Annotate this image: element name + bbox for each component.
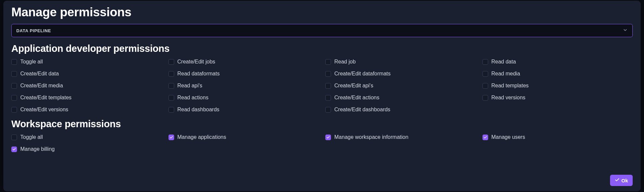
checkbox-read-versions[interactable]: Read versions (483, 95, 633, 101)
checkbox-manage-workspace-information[interactable]: Manage workspace information (325, 134, 476, 140)
checkbox-label: Create/Edit data (20, 71, 59, 77)
checkbox-read-apis[interactable]: Read api's (168, 83, 319, 89)
checkbox-box (168, 95, 174, 101)
checkbox-label: Create/Edit jobs (177, 59, 215, 65)
checkbox-create-edit-apis[interactable]: Create/Edit api's (325, 83, 476, 89)
checkbox-box (325, 71, 331, 77)
checkbox-label: Create/Edit dashboards (334, 107, 390, 113)
checkbox-label: Read media (491, 71, 520, 77)
checkbox-create-edit-actions[interactable]: Create/Edit actions (325, 95, 476, 101)
checkbox-label: Read dashboards (177, 107, 219, 113)
scope-select-value: DATA PIPELINE (16, 28, 51, 33)
modal-footer: Ok (610, 175, 633, 186)
checkbox-read-dashboards[interactable]: Read dashboards (168, 107, 319, 113)
checkbox-label: Create/Edit dataformats (334, 71, 391, 77)
workspace-permissions-grid: Toggle allManage applicationsManage work… (11, 134, 633, 152)
checkbox-toggle-all-workspace[interactable]: Toggle all (11, 134, 162, 140)
checkbox-create-edit-jobs[interactable]: Create/Edit jobs (168, 59, 319, 65)
app-permissions-title: Application developer permissions (11, 43, 633, 54)
checkbox-manage-users[interactable]: Manage users (483, 134, 633, 140)
checkbox-label: Read actions (177, 95, 208, 101)
checkbox-read-data[interactable]: Read data (483, 59, 633, 65)
checkbox-box (325, 59, 331, 65)
checkbox-create-edit-versions[interactable]: Create/Edit versions (11, 107, 162, 113)
checkbox-manage-applications[interactable]: Manage applications (168, 134, 319, 140)
checkbox-label: Toggle all (20, 134, 43, 140)
ok-button[interactable]: Ok (610, 175, 633, 186)
checkbox-create-edit-templates[interactable]: Create/Edit templates (11, 95, 162, 101)
checkbox-read-media[interactable]: Read media (483, 71, 633, 77)
checkbox-toggle-all-app[interactable]: Toggle all (11, 59, 162, 65)
checkbox-create-edit-dataformats[interactable]: Create/Edit dataformats (325, 71, 476, 77)
checkbox-label: Manage applications (177, 134, 226, 140)
checkbox-label: Read dataformats (177, 71, 220, 77)
checkbox-box (325, 95, 331, 101)
checkbox-box (325, 135, 331, 140)
checkbox-create-edit-media[interactable]: Create/Edit media (11, 83, 162, 89)
checkbox-read-templates[interactable]: Read templates (483, 83, 633, 89)
checkbox-box (11, 59, 17, 65)
checkbox-box (168, 83, 174, 89)
checkbox-label: Read data (491, 59, 516, 65)
checkbox-box (11, 107, 17, 113)
checkbox-box (483, 83, 488, 89)
checkbox-create-edit-dashboards[interactable]: Create/Edit dashboards (325, 107, 476, 113)
checkbox-box (483, 135, 488, 140)
checkbox-label: Create/Edit templates (20, 95, 72, 101)
checkbox-label: Read api's (177, 83, 202, 89)
checkbox-label: Create/Edit actions (334, 95, 379, 101)
checkbox-box (483, 95, 488, 101)
scope-select-wrap: DATA PIPELINE (11, 24, 633, 37)
checkbox-label: Toggle all (20, 59, 43, 65)
checkbox-box (168, 59, 174, 65)
checkbox-box (168, 71, 174, 77)
checkbox-create-edit-data[interactable]: Create/Edit data (11, 71, 162, 77)
chevron-down-icon (623, 28, 628, 34)
checkbox-box (11, 83, 17, 89)
checkbox-box (325, 107, 331, 113)
checkbox-box (168, 107, 174, 113)
checkbox-label: Manage workspace information (334, 134, 408, 140)
checkbox-manage-billing[interactable]: Manage billing (11, 146, 162, 152)
checkbox-read-dataformats[interactable]: Read dataformats (168, 71, 319, 77)
checkbox-label: Manage users (491, 134, 525, 140)
checkbox-read-actions[interactable]: Read actions (168, 95, 319, 101)
checkbox-label: Manage billing (20, 146, 55, 152)
checkbox-box (325, 83, 331, 89)
checkbox-read-job[interactable]: Read job (325, 59, 476, 65)
modal-title: Manage permissions (11, 5, 633, 19)
checkbox-label: Create/Edit api's (334, 83, 373, 89)
workspace-permissions-title: Workspace permissions (11, 119, 633, 130)
checkbox-label: Read versions (491, 95, 525, 101)
checkbox-label: Create/Edit media (20, 83, 63, 89)
manage-permissions-modal: Manage permissions DATA PIPELINE Applica… (3, 1, 641, 191)
check-icon (615, 177, 620, 183)
checkbox-box (11, 95, 17, 101)
checkbox-box (11, 71, 17, 77)
checkbox-box (11, 146, 17, 152)
checkbox-box (168, 135, 174, 140)
ok-button-label: Ok (621, 178, 628, 183)
checkbox-box (483, 71, 488, 77)
checkbox-label: Read templates (491, 83, 529, 89)
scope-select[interactable]: DATA PIPELINE (11, 24, 633, 37)
app-permissions-grid: Toggle allCreate/Edit jobsRead jobRead d… (11, 59, 633, 113)
checkbox-label: Create/Edit versions (20, 107, 68, 113)
checkbox-box (483, 59, 488, 65)
checkbox-box (11, 135, 17, 140)
checkbox-label: Read job (334, 59, 356, 65)
